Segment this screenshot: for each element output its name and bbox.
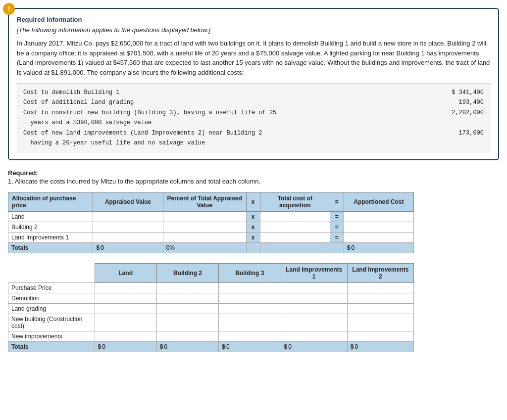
ni-b3[interactable] xyxy=(219,331,281,342)
b2-total-cost-field[interactable] xyxy=(263,224,327,231)
lg-b3-field[interactable] xyxy=(222,305,277,312)
li1-percent-input[interactable] xyxy=(163,233,246,243)
land-total-cost-field[interactable] xyxy=(263,213,327,220)
lg-b2-field[interactable] xyxy=(160,305,215,312)
cost-label-2: Cost of additional land grading xyxy=(23,97,444,107)
ca-totals-land-field[interactable] xyxy=(102,343,129,350)
b2-percent-field[interactable] xyxy=(166,224,243,231)
land-percent-input[interactable] xyxy=(163,212,246,222)
dollar-sign-b2: $ xyxy=(160,343,163,350)
ni-b2[interactable] xyxy=(156,331,218,342)
b2-apportioned-field[interactable] xyxy=(347,224,410,231)
ni-b2-field[interactable] xyxy=(160,333,215,340)
land-total-cost-input[interactable] xyxy=(260,212,330,222)
equals-operator-li1: = xyxy=(330,233,344,243)
pp-b3[interactable] xyxy=(219,283,281,293)
b2-apportioned-input[interactable] xyxy=(344,222,413,233)
dem-li2-field[interactable] xyxy=(351,295,410,302)
nb-land-field[interactable] xyxy=(98,319,153,326)
land-apportioned-input[interactable] xyxy=(344,212,413,222)
ni-land-field[interactable] xyxy=(98,333,153,340)
nb-li2[interactable] xyxy=(347,314,413,331)
ca-totals-li1-field[interactable] xyxy=(288,343,315,350)
dem-b3[interactable] xyxy=(219,293,281,304)
ca-totals-li2-field[interactable] xyxy=(355,343,382,350)
nb-b2-field[interactable] xyxy=(160,319,215,326)
cost-row-3: Cost to construct new building (Building… xyxy=(23,108,484,128)
b2-appraised-field[interactable] xyxy=(96,224,159,231)
dem-li1[interactable] xyxy=(281,293,347,304)
pp-land[interactable] xyxy=(95,283,156,293)
ca-totals-b2-field[interactable] xyxy=(164,343,192,350)
b2-appraised-input[interactable] xyxy=(93,222,163,233)
dem-li2[interactable] xyxy=(347,293,413,304)
nb-b2[interactable] xyxy=(156,314,218,331)
li1-apportioned-input[interactable] xyxy=(344,233,413,243)
land-apportioned-field[interactable] xyxy=(347,213,410,220)
dollar-sign-apportioned: $ xyxy=(347,244,351,251)
cost-value-2: 193,400 xyxy=(444,97,484,107)
required-section: Required: 1. Allocate the costs incurred… xyxy=(8,169,499,185)
lg-li1-field[interactable] xyxy=(284,305,344,312)
pp-land-field[interactable] xyxy=(98,284,153,291)
dem-b2[interactable] xyxy=(156,293,218,304)
land-appraised-field[interactable] xyxy=(96,213,159,220)
totals-appraised-field[interactable] xyxy=(101,244,130,251)
nb-land[interactable] xyxy=(95,314,156,331)
ca-totals-label: Totals xyxy=(8,342,95,352)
li1-appraised-field[interactable] xyxy=(96,234,159,241)
row-label-land: Land xyxy=(8,212,93,222)
nb-li2-field[interactable] xyxy=(351,319,410,326)
allocation-table: Allocation of purchase price Appraised V… xyxy=(8,192,414,253)
b2-percent-input[interactable] xyxy=(163,222,246,233)
dem-b2-field[interactable] xyxy=(160,295,215,302)
row-label-building2: Building 2 xyxy=(8,222,93,233)
nb-li1[interactable] xyxy=(281,314,347,331)
dem-li1-field[interactable] xyxy=(284,295,344,302)
li1-total-cost-input[interactable] xyxy=(260,233,330,243)
totals-percent-field[interactable] xyxy=(166,244,191,251)
nb-b3[interactable] xyxy=(219,314,281,331)
lg-li1[interactable] xyxy=(281,304,347,314)
lg-li2[interactable] xyxy=(347,304,413,314)
li1-appraised-input[interactable] xyxy=(93,233,163,243)
cost-allocation-table: Land Building 2 Building 3 Land Improvem… xyxy=(8,263,414,352)
ca-totals-row: Totals $ $ $ $ xyxy=(8,342,414,352)
pp-b2[interactable] xyxy=(156,283,218,293)
ni-li2[interactable] xyxy=(347,331,413,342)
ni-li2-field[interactable] xyxy=(351,333,410,340)
nb-li1-field[interactable] xyxy=(284,319,344,326)
pp-b3-field[interactable] xyxy=(222,284,277,291)
dollar-sign-b3: $ xyxy=(222,343,225,350)
dem-land[interactable] xyxy=(95,293,156,304)
land-percent-field[interactable] xyxy=(166,213,243,220)
li1-apportioned-field[interactable] xyxy=(347,234,410,241)
pp-b2-field[interactable] xyxy=(160,284,215,291)
ni-li1-field[interactable] xyxy=(284,333,344,340)
ca-totals-land: $ xyxy=(95,342,156,352)
lg-b3[interactable] xyxy=(219,304,281,314)
lg-li2-field[interactable] xyxy=(351,305,410,312)
ni-land[interactable] xyxy=(95,331,156,342)
table-row: Land grading xyxy=(8,304,414,314)
pp-li2[interactable] xyxy=(347,283,413,293)
pp-li2-field[interactable] xyxy=(351,284,410,291)
pp-li1-field[interactable] xyxy=(284,284,344,291)
nb-b3-field[interactable] xyxy=(222,319,277,326)
ca-header-b2: Building 2 xyxy=(156,264,218,283)
pp-li1[interactable] xyxy=(281,283,347,293)
dem-land-field[interactable] xyxy=(98,295,153,302)
totals-apportioned-field[interactable] xyxy=(351,244,381,251)
li1-percent-field[interactable] xyxy=(166,234,243,241)
ca-totals-b3-field[interactable] xyxy=(226,343,254,350)
dem-b3-field[interactable] xyxy=(222,295,277,302)
li1-total-cost-field[interactable] xyxy=(263,234,327,241)
ni-li1[interactable] xyxy=(281,331,347,342)
land-appraised-input[interactable] xyxy=(93,212,163,222)
b2-total-cost-input[interactable] xyxy=(260,222,330,233)
lg-b2[interactable] xyxy=(156,304,218,314)
lg-land-field[interactable] xyxy=(98,305,153,312)
ni-b3-field[interactable] xyxy=(222,333,277,340)
alloc-header-col7: Apportioned Cost xyxy=(344,192,413,212)
lg-land[interactable] xyxy=(95,304,156,314)
